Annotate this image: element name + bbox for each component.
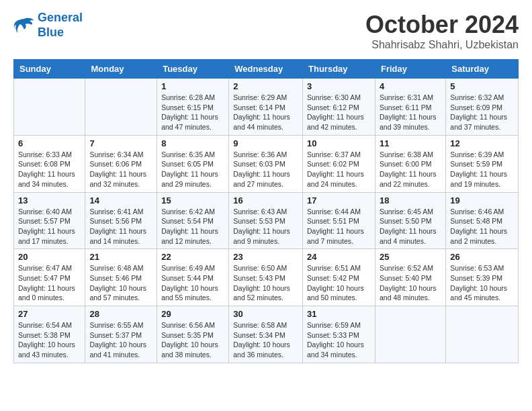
calendar-cell (85, 79, 157, 136)
calendar-week-row: 6Sunrise: 6:33 AMSunset: 6:08 PMDaylight… (14, 135, 519, 192)
day-number: 3 (307, 81, 371, 91)
weekday-header: Sunday (14, 60, 85, 79)
calendar-week-row: 1Sunrise: 6:28 AMSunset: 6:15 PMDaylight… (14, 79, 519, 136)
calendar-cell: 25Sunrise: 6:52 AMSunset: 5:40 PMDayligh… (375, 249, 445, 306)
calendar-cell: 17Sunrise: 6:44 AMSunset: 5:51 PMDayligh… (303, 192, 375, 249)
calendar-cell: 29Sunrise: 6:56 AMSunset: 5:35 PMDayligh… (157, 306, 229, 363)
day-number: 29 (161, 309, 224, 319)
weekday-header: Friday (375, 60, 445, 79)
day-info: Sunrise: 6:29 AMSunset: 6:14 PMDaylight:… (233, 93, 298, 132)
day-info: Sunrise: 6:48 AMSunset: 5:46 PMDaylight:… (89, 263, 152, 303)
calendar-cell: 7Sunrise: 6:34 AMSunset: 6:06 PMDaylight… (85, 135, 157, 192)
day-number: 16 (233, 195, 298, 205)
calendar-cell: 26Sunrise: 6:53 AMSunset: 5:39 PMDayligh… (446, 249, 519, 306)
calendar-cell: 30Sunrise: 6:58 AMSunset: 5:34 PMDayligh… (229, 306, 303, 363)
day-info: Sunrise: 6:51 AMSunset: 5:42 PMDaylight:… (307, 263, 371, 303)
day-number: 30 (233, 309, 298, 319)
weekday-header-row: SundayMondayTuesdayWednesdayThursdayFrid… (14, 60, 519, 79)
weekday-header: Wednesday (229, 60, 303, 79)
day-info: Sunrise: 6:31 AMSunset: 6:11 PMDaylight:… (380, 93, 441, 132)
logo-text: General Blue (38, 11, 83, 40)
day-info: Sunrise: 6:55 AMSunset: 5:37 PMDaylight:… (89, 320, 152, 360)
day-info: Sunrise: 6:49 AMSunset: 5:44 PMDaylight:… (161, 263, 224, 303)
day-info: Sunrise: 6:35 AMSunset: 6:05 PMDaylight:… (161, 150, 224, 189)
day-number: 8 (161, 138, 224, 148)
calendar-cell: 13Sunrise: 6:40 AMSunset: 5:57 PMDayligh… (14, 192, 85, 249)
day-number: 2 (233, 81, 298, 91)
weekday-header: Saturday (446, 60, 519, 79)
calendar-cell (375, 306, 445, 363)
calendar-cell: 27Sunrise: 6:54 AMSunset: 5:38 PMDayligh… (14, 306, 85, 363)
day-number: 27 (18, 309, 81, 319)
day-info: Sunrise: 6:50 AMSunset: 5:43 PMDaylight:… (233, 263, 298, 303)
calendar-cell: 12Sunrise: 6:39 AMSunset: 5:59 PMDayligh… (446, 135, 519, 192)
day-info: Sunrise: 6:46 AMSunset: 5:48 PMDaylight:… (450, 207, 514, 246)
day-info: Sunrise: 6:47 AMSunset: 5:47 PMDaylight:… (18, 263, 81, 303)
day-number: 6 (18, 138, 81, 148)
calendar-cell: 4Sunrise: 6:31 AMSunset: 6:11 PMDaylight… (375, 79, 445, 136)
day-info: Sunrise: 6:38 AMSunset: 6:00 PMDaylight:… (380, 150, 441, 189)
day-info: Sunrise: 6:43 AMSunset: 5:53 PMDaylight:… (233, 207, 298, 246)
day-info: Sunrise: 6:32 AMSunset: 6:09 PMDaylight:… (450, 93, 514, 132)
calendar-cell: 19Sunrise: 6:46 AMSunset: 5:48 PMDayligh… (446, 192, 519, 249)
day-info: Sunrise: 6:37 AMSunset: 6:02 PMDaylight:… (307, 150, 371, 189)
weekday-header: Tuesday (157, 60, 229, 79)
calendar-week-row: 20Sunrise: 6:47 AMSunset: 5:47 PMDayligh… (14, 249, 519, 306)
calendar-cell: 15Sunrise: 6:42 AMSunset: 5:54 PMDayligh… (157, 192, 229, 249)
calendar-cell: 22Sunrise: 6:49 AMSunset: 5:44 PMDayligh… (157, 249, 229, 306)
day-info: Sunrise: 6:30 AMSunset: 6:12 PMDaylight:… (307, 93, 371, 132)
day-number: 18 (380, 195, 441, 205)
calendar-cell: 21Sunrise: 6:48 AMSunset: 5:46 PMDayligh… (85, 249, 157, 306)
day-number: 31 (307, 309, 371, 319)
calendar-cell: 5Sunrise: 6:32 AMSunset: 6:09 PMDaylight… (446, 79, 519, 136)
day-info: Sunrise: 6:34 AMSunset: 6:06 PMDaylight:… (89, 150, 152, 189)
day-info: Sunrise: 6:56 AMSunset: 5:35 PMDaylight:… (161, 320, 224, 360)
day-info: Sunrise: 6:39 AMSunset: 5:59 PMDaylight:… (450, 150, 514, 189)
day-number: 1 (161, 81, 224, 91)
calendar-cell (446, 306, 519, 363)
calendar-cell: 3Sunrise: 6:30 AMSunset: 6:12 PMDaylight… (303, 79, 375, 136)
day-number: 14 (89, 195, 152, 205)
calendar-week-row: 13Sunrise: 6:40 AMSunset: 5:57 PMDayligh… (14, 192, 519, 249)
day-info: Sunrise: 6:40 AMSunset: 5:57 PMDaylight:… (18, 207, 81, 246)
day-info: Sunrise: 6:58 AMSunset: 5:34 PMDaylight:… (233, 320, 298, 360)
day-info: Sunrise: 6:41 AMSunset: 5:56 PMDaylight:… (89, 207, 152, 246)
calendar-cell: 14Sunrise: 6:41 AMSunset: 5:56 PMDayligh… (85, 192, 157, 249)
calendar-cell: 16Sunrise: 6:43 AMSunset: 5:53 PMDayligh… (229, 192, 303, 249)
calendar-cell: 23Sunrise: 6:50 AMSunset: 5:43 PMDayligh… (229, 249, 303, 306)
day-number: 23 (233, 252, 298, 262)
page-header: General Blue October 2024 Shahrisabz Sha… (13, 11, 519, 51)
calendar-cell: 2Sunrise: 6:29 AMSunset: 6:14 PMDaylight… (229, 79, 303, 136)
day-number: 10 (307, 138, 371, 148)
day-info: Sunrise: 6:42 AMSunset: 5:54 PMDaylight:… (161, 207, 224, 246)
day-number: 28 (89, 309, 152, 319)
day-number: 25 (380, 252, 441, 262)
logo-icon (13, 16, 35, 35)
day-info: Sunrise: 6:28 AMSunset: 6:15 PMDaylight:… (161, 93, 224, 132)
day-number: 26 (450, 252, 514, 262)
calendar-cell: 9Sunrise: 6:36 AMSunset: 6:03 PMDaylight… (229, 135, 303, 192)
day-info: Sunrise: 6:52 AMSunset: 5:40 PMDaylight:… (380, 263, 441, 303)
day-number: 9 (233, 138, 298, 148)
day-info: Sunrise: 6:54 AMSunset: 5:38 PMDaylight:… (18, 320, 81, 360)
calendar-cell: 1Sunrise: 6:28 AMSunset: 6:15 PMDaylight… (157, 79, 229, 136)
calendar-cell: 10Sunrise: 6:37 AMSunset: 6:02 PMDayligh… (303, 135, 375, 192)
day-number: 19 (450, 195, 514, 205)
day-number: 24 (307, 252, 371, 262)
day-number: 20 (18, 252, 81, 262)
day-info: Sunrise: 6:53 AMSunset: 5:39 PMDaylight:… (450, 263, 514, 303)
day-number: 21 (89, 252, 152, 262)
location: Shahrisabz Shahri, Uzbekistan (365, 39, 519, 51)
weekday-header: Monday (85, 60, 157, 79)
day-info: Sunrise: 6:36 AMSunset: 6:03 PMDaylight:… (233, 150, 298, 189)
calendar-cell: 20Sunrise: 6:47 AMSunset: 5:47 PMDayligh… (14, 249, 85, 306)
day-info: Sunrise: 6:44 AMSunset: 5:51 PMDaylight:… (307, 207, 371, 246)
calendar-cell: 18Sunrise: 6:45 AMSunset: 5:50 PMDayligh… (375, 192, 445, 249)
day-number: 5 (450, 81, 514, 91)
day-info: Sunrise: 6:45 AMSunset: 5:50 PMDaylight:… (380, 207, 441, 246)
day-number: 7 (89, 138, 152, 148)
calendar-cell: 11Sunrise: 6:38 AMSunset: 6:00 PMDayligh… (375, 135, 445, 192)
title-block: October 2024 Shahrisabz Shahri, Uzbekist… (365, 11, 519, 51)
day-number: 4 (380, 81, 441, 91)
calendar-week-row: 27Sunrise: 6:54 AMSunset: 5:38 PMDayligh… (14, 306, 519, 363)
